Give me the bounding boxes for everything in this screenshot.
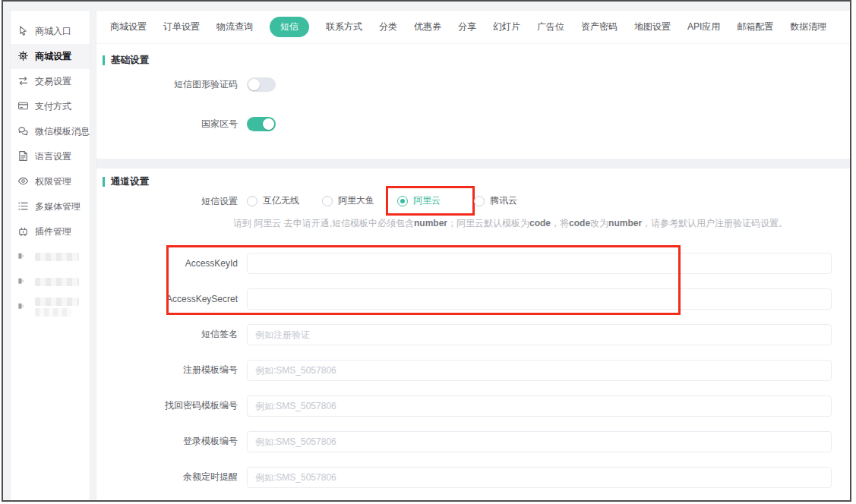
password-recovery-template-input[interactable] <box>247 395 832 417</box>
sidebar-item-multimedia-management[interactable]: 多媒体管理 <box>11 194 90 219</box>
sms-channel-label: 短信设置 <box>103 195 247 208</box>
help-text: 请到 阿里云 去申请开通,短信模板中必须包含number；阿里云默认模板为cod… <box>233 217 850 230</box>
channel-section-title-text: 通道设置 <box>111 175 149 188</box>
balance-reminder-label: 余额定时提醒 <box>103 471 247 484</box>
basic-settings-section: 基础设置 短信图形验证码国家区号 <box>96 44 850 131</box>
tab-map-settings[interactable]: 地图设置 <box>634 20 671 33</box>
access-key-id-row: AccessKeyId <box>103 253 850 274</box>
sidebar-item-label: 微信模板消息 <box>35 125 90 138</box>
sidebar-item-label: 多媒体管理 <box>35 200 81 213</box>
redacted-icon <box>17 301 29 314</box>
tab-bar: 商城设置订单设置物流查询短信联系方式分类优惠券分享幻灯片广告位资产密码地图设置A… <box>96 11 850 44</box>
register-template-row: 注册模板编号 <box>103 360 850 381</box>
redacted-icon <box>17 250 29 264</box>
sidebar-item-payment-methods[interactable]: 支付方式 <box>11 94 90 119</box>
chat-icon <box>17 125 29 139</box>
login-template-label: 登录模板编号 <box>103 435 247 448</box>
radio-tencent-cloud[interactable]: 腾讯云 <box>474 194 517 207</box>
password-recovery-template-row: 找回密码模板编号 <box>103 395 850 417</box>
sidebar-item-label: 商城入口 <box>35 25 71 38</box>
access-key-id-label: AccessKeyId <box>103 258 247 269</box>
help-keyword: number <box>608 218 642 228</box>
sidebar-item-plugin-management[interactable]: 插件管理 <box>11 219 90 244</box>
sms-signature-input[interactable] <box>247 324 832 345</box>
sidebar-item-redacted-1[interactable] <box>11 244 90 269</box>
balance-reminder-input[interactable] <box>247 467 832 488</box>
basic-section-title-text: 基础设置 <box>111 54 149 67</box>
card-icon <box>17 100 29 114</box>
gear-icon <box>17 50 29 64</box>
tab-coupon[interactable]: 优惠券 <box>414 20 441 33</box>
redacted-bar <box>35 278 79 286</box>
sidebar-item-language-settings[interactable]: 语言设置 <box>11 144 90 169</box>
tab-asset-password[interactable]: 资产密码 <box>581 20 618 33</box>
sidebar-item-redacted-3[interactable] <box>11 295 90 320</box>
help-fragment: ，请参考默认用户注册验证码设置。 <box>642 218 788 228</box>
sms-captcha-toggle[interactable] <box>247 77 276 92</box>
sidebar-item-label: 支付方式 <box>35 100 71 113</box>
redacted-label-blur <box>35 253 79 261</box>
list-icon <box>17 200 29 214</box>
sidebar-item-label: 商城设置 <box>35 50 71 63</box>
sms-signature-row: 短信签名 <box>103 324 850 345</box>
login-template-input[interactable] <box>247 431 832 452</box>
help-keyword: number <box>414 218 447 228</box>
sidebar-item-permission-management[interactable]: 权限管理 <box>11 169 90 194</box>
radio-label: 互亿无线 <box>263 194 299 207</box>
access-key-secret-row: AccessKeySecret <box>103 288 850 310</box>
tab-sms[interactable]: 短信 <box>270 17 309 37</box>
radio-dot-icon <box>397 196 408 206</box>
tab-data-cleanup[interactable]: 数据清理 <box>790 20 826 33</box>
tab-slideshow[interactable]: 幻灯片 <box>493 20 520 33</box>
help-fragment: 请到 阿里云 去申请开通,短信模板中必须包含 <box>233 218 414 228</box>
sidebar-item-label: 插件管理 <box>35 225 71 238</box>
redacted-bar <box>35 298 79 306</box>
access-key-id-input[interactable] <box>247 253 832 274</box>
redacted-icon <box>17 276 29 289</box>
channel-section-title: 通道设置 <box>103 175 850 188</box>
sidebar-item-label: 语言设置 <box>35 150 71 163</box>
pointer-icon <box>17 25 29 39</box>
basic-section-title: 基础设置 <box>103 54 850 67</box>
sidebar-menu: 商城入口商城设置交易设置支付方式微信模板消息语言设置权限管理多媒体管理插件管理 <box>11 19 90 320</box>
help-fragment: ；阿里云默认模板为 <box>447 218 529 228</box>
balance-reminder-row: 余额定时提醒 <box>103 467 850 488</box>
radio-huyi-wireless[interactable]: 互亿无线 <box>247 194 299 207</box>
sidebar: 商城入口商城设置交易设置支付方式微信模板消息语言设置权限管理多媒体管理插件管理 <box>10 10 90 500</box>
sms-captcha-row: 短信图形验证码 <box>103 77 850 92</box>
country-code-toggle[interactable] <box>247 117 276 131</box>
sidebar-item-wechat-template-message[interactable]: 微信模板消息 <box>11 119 90 144</box>
access-key-secret-input[interactable] <box>247 288 832 310</box>
tab-logistics-query[interactable]: 物流查询 <box>216 20 253 33</box>
sms-captcha-label: 短信图形验证码 <box>103 78 247 91</box>
sidebar-item-mall-entrance[interactable]: 商城入口 <box>11 19 90 44</box>
plugin-icon <box>17 225 29 239</box>
sms-channel-radio-group: 短信设置 互亿无线阿里大鱼阿里云腾讯云 <box>103 194 850 209</box>
sidebar-item-redacted-2[interactable] <box>11 269 90 295</box>
register-template-input[interactable] <box>247 360 832 381</box>
help-keyword: code <box>569 218 590 228</box>
tab-mall-settings[interactable]: 商城设置 <box>110 20 147 33</box>
sidebar-item-mall-settings[interactable]: 商城设置 <box>11 44 90 69</box>
tab-contact-method[interactable]: 联系方式 <box>326 20 362 33</box>
tab-category[interactable]: 分类 <box>379 20 397 33</box>
annotation-box-aliyun: 阿里云 <box>386 186 475 216</box>
tab-order-settings[interactable]: 订单设置 <box>163 20 200 33</box>
channel-form: AccessKeyIdAccessKeySecret短信签名注册模板编号找回密码… <box>103 253 850 501</box>
radio-ali-dayu[interactable]: 阿里大鱼 <box>322 194 374 207</box>
tab-share[interactable]: 分享 <box>458 20 476 33</box>
tab-ad-position[interactable]: 广告位 <box>537 20 564 33</box>
redacted-label-blur <box>35 298 79 317</box>
section-divider <box>96 159 850 169</box>
country-code-row: 国家区号 <box>103 117 850 131</box>
tab-mailbox-config[interactable]: 邮箱配置 <box>737 20 773 33</box>
radio-aliyun[interactable]: 阿里云 <box>397 194 441 207</box>
help-fragment: ，将 <box>551 218 569 228</box>
radio-options: 互亿无线阿里大鱼阿里云腾讯云 <box>247 194 540 209</box>
main-panel: 商城设置订单设置物流查询短信联系方式分类优惠券分享幻灯片广告位资产密码地图设置A… <box>96 10 850 500</box>
section-title-bar <box>103 177 105 187</box>
sidebar-item-label: 权限管理 <box>35 175 71 188</box>
sidebar-item-trade-settings[interactable]: 交易设置 <box>11 69 90 94</box>
section-title-bar <box>103 55 105 65</box>
tab-api-application[interactable]: API应用 <box>687 20 720 33</box>
